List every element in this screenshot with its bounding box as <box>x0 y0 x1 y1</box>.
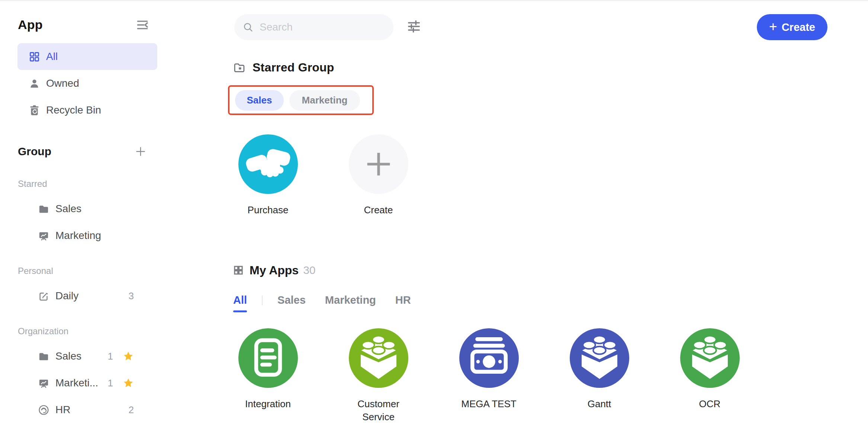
app-count: 1 <box>108 377 113 389</box>
plus-icon: + <box>769 20 777 33</box>
search-bar[interactable] <box>234 14 393 40</box>
sidebar-item-label: Owned <box>46 77 134 89</box>
app-name: Create <box>345 204 412 217</box>
sidebar-nav: All Owned Recycle Bin <box>0 43 169 124</box>
my-apps-count: 30 <box>303 264 315 277</box>
sidebar-item-starred-sales[interactable]: Sales <box>17 195 157 222</box>
create-button[interactable]: + Create <box>757 14 827 40</box>
sidebar-item-org-sales[interactable]: Sales 1 <box>17 343 157 370</box>
folder-icon <box>38 203 49 215</box>
app-name: Integration <box>235 398 302 411</box>
sidebar-item-recycle-bin[interactable]: Recycle Bin <box>17 97 157 124</box>
sidebar-item-label: Daily <box>55 290 129 302</box>
group-tab-marketing[interactable]: Marketing <box>289 90 360 111</box>
topbar: + Create <box>233 1 868 41</box>
sidebar-item-label: Recycle Bin <box>46 104 134 116</box>
my-apps-grid: Integration Customer Service <box>213 328 868 424</box>
presentation-icon <box>38 230 49 242</box>
my-apps-tabs: All Sales Marketing HR <box>233 294 868 312</box>
app-count: 3 <box>129 290 134 302</box>
star-icon[interactable] <box>123 377 134 389</box>
person-icon <box>29 78 40 89</box>
sidebar-item-label: Sales <box>55 350 108 362</box>
sidebar-item-org-marketing[interactable]: Marketi... 1 <box>17 370 157 396</box>
sidebar-item-label: Marketing <box>55 230 134 242</box>
app-tile-gantt[interactable]: Gantt <box>544 328 655 424</box>
section-title: Starred Group <box>253 61 334 74</box>
sidebar-title: App <box>18 17 43 32</box>
app-tile-mega-test[interactable]: MEGA TEST <box>434 328 544 424</box>
sidebar-item-org-hr[interactable]: HR 2 <box>17 396 157 423</box>
starred-group-apps: Purchase Create <box>213 134 868 217</box>
sidebar-section-personal: Personal <box>18 266 169 276</box>
app-count: 2 <box>129 404 134 416</box>
sidebar-item-starred-marketing[interactable]: Marketing <box>17 222 157 249</box>
app-name: Customer Service <box>345 398 412 424</box>
banknote-icon <box>459 328 519 388</box>
brick-icon <box>680 328 740 388</box>
create-button-label: Create <box>782 21 815 33</box>
star-icon[interactable] <box>123 351 134 362</box>
group-tab-sales[interactable]: Sales <box>235 90 284 111</box>
app-name: OCR <box>676 398 743 411</box>
app-tile-purchase[interactable]: Purchase <box>213 134 323 217</box>
sidebar-item-label: Marketi... <box>55 377 108 389</box>
starred-group-header: Starred Group <box>233 61 868 74</box>
app-tile-customer-service[interactable]: Customer Service <box>323 328 434 424</box>
collapse-sidebar-icon[interactable] <box>136 19 149 31</box>
app-name: Gantt <box>566 398 633 411</box>
sidebar-section-organization: Organization <box>18 326 169 336</box>
section-title: My Apps <box>250 264 299 277</box>
sidebar: App All Owned <box>0 1 169 434</box>
brick-icon <box>349 328 408 388</box>
tab-hr[interactable]: HR <box>395 294 411 312</box>
app-tile-ocr[interactable]: OCR <box>655 328 765 424</box>
edit-icon <box>38 290 49 302</box>
search-input[interactable] <box>259 21 379 33</box>
create-app-tile[interactable]: Create <box>323 134 434 217</box>
filter-sliders-icon <box>407 20 421 33</box>
app-count: 1 <box>108 351 113 362</box>
search-icon <box>242 22 254 33</box>
document-icon <box>238 328 298 388</box>
folder-icon <box>38 351 49 362</box>
starred-folder-icon <box>233 61 245 74</box>
brick-icon <box>570 328 629 388</box>
tab-marketing[interactable]: Marketing <box>325 294 376 312</box>
group-section-title: Group <box>18 145 51 158</box>
plus-icon <box>349 134 408 194</box>
tab-all[interactable]: All <box>233 294 247 312</box>
app-name: Purchase <box>235 204 302 217</box>
sidebar-item-label: Sales <box>55 203 134 215</box>
headset-icon <box>38 404 49 416</box>
main-content: + Create Starred Group Sales Marketing <box>233 1 868 434</box>
app-name: MEGA TEST <box>456 398 523 411</box>
presentation-icon <box>38 377 49 389</box>
apps-grid-icon <box>233 265 244 275</box>
sidebar-section-starred: Starred <box>18 179 169 189</box>
sidebar-item-label: HR <box>55 404 129 416</box>
my-apps-header: My Apps 30 <box>233 264 868 277</box>
filter-button[interactable] <box>407 20 421 33</box>
app-tile-integration[interactable]: Integration <box>213 328 323 424</box>
handshake-icon <box>238 134 298 194</box>
sidebar-item-owned[interactable]: Owned <box>17 70 157 97</box>
grid-icon <box>29 51 40 63</box>
tab-sales[interactable]: Sales <box>277 294 306 312</box>
annotation-highlight-box: Sales Marketing <box>228 85 374 115</box>
sidebar-item-label: All <box>46 51 134 63</box>
sidebar-item-all[interactable]: All <box>17 43 157 70</box>
sidebar-item-daily[interactable]: Daily 3 <box>17 283 157 309</box>
recycle-bin-icon <box>29 105 40 116</box>
add-group-icon[interactable] <box>135 146 146 157</box>
tab-separator <box>262 296 263 305</box>
